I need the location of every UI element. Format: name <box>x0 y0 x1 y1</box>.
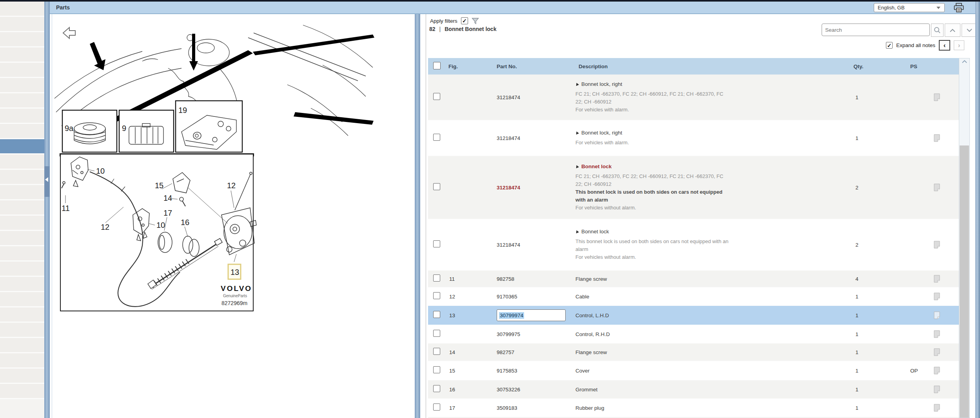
row-checkbox[interactable] <box>433 366 440 373</box>
row-checkbox[interactable] <box>433 330 440 337</box>
sidebar-item[interactable] <box>0 32 44 47</box>
selected-text: 30799974 <box>499 312 524 319</box>
sidebar-item[interactable] <box>0 124 44 139</box>
note-expander-icon[interactable] <box>575 164 579 168</box>
note-page-icon[interactable] <box>934 385 940 393</box>
note-expander-icon[interactable] <box>575 229 579 233</box>
apply-filters-checkbox[interactable]: ✓ <box>461 17 468 24</box>
note-page-icon[interactable] <box>934 404 940 412</box>
table-row[interactable]: 31218474Bonnet lockFC 21; CH -662370, FC… <box>428 156 959 220</box>
part-description: Cover <box>575 368 590 374</box>
back-arrow-icon[interactable] <box>63 27 75 38</box>
scroll-up-icon[interactable] <box>959 60 969 63</box>
row-checkbox[interactable] <box>433 183 440 190</box>
sidebar-item[interactable] <box>0 292 44 307</box>
sidebar-item[interactable] <box>0 63 44 78</box>
note-page-icon[interactable] <box>934 348 940 356</box>
collapse-left-icon[interactable] <box>45 177 48 182</box>
row-checkbox[interactable] <box>433 292 440 299</box>
col-header-qty: Qty. <box>818 64 896 69</box>
table-row[interactable]: 129170365Cable1 <box>428 288 959 306</box>
note-page-icon[interactable] <box>934 93 940 101</box>
description-cell: Cover <box>567 364 818 378</box>
note-page-icon[interactable] <box>934 311 940 319</box>
row-checkbox[interactable] <box>433 403 440 411</box>
description-cell: Control, L.H.D <box>567 309 818 322</box>
scrollbar-thumb[interactable] <box>960 145 969 418</box>
filter-funnel-icon[interactable] <box>472 18 479 24</box>
row-checkbox[interactable] <box>433 240 440 247</box>
sidebar-item[interactable] <box>0 2 44 17</box>
note-page-icon[interactable] <box>934 330 940 338</box>
part-number-cell: 9170365 <box>488 294 567 300</box>
part-number-input[interactable]: 30799974 <box>497 309 566 321</box>
sidebar-item[interactable] <box>0 353 44 369</box>
note-page-icon[interactable] <box>934 241 940 249</box>
sidebar-item[interactable] <box>0 216 44 231</box>
row-checkbox[interactable] <box>433 385 440 392</box>
find-previous-button[interactable] <box>945 24 960 37</box>
part-description: Cable <box>575 294 589 300</box>
table-row[interactable]: 31218474Bonnet lock, rightFC 21; CH -662… <box>428 75 959 121</box>
note-page-icon[interactable] <box>934 184 940 191</box>
row-checkbox[interactable] <box>433 134 440 141</box>
note-page-icon[interactable] <box>934 293 940 300</box>
note-page-icon[interactable] <box>934 367 940 374</box>
sidebar-item[interactable] <box>0 78 44 93</box>
expand-notes-checkbox[interactable]: ✓ <box>886 42 893 49</box>
sidebar-item[interactable] <box>0 200 44 216</box>
table-row-selected[interactable]: 1330799974Control, L.H.D1 <box>428 306 959 325</box>
sidebar-item[interactable] <box>0 170 44 185</box>
row-checkbox[interactable] <box>433 274 440 282</box>
row-checkbox[interactable] <box>433 348 440 355</box>
table-row[interactable]: 11982758Flange screw4 <box>428 271 959 288</box>
print-button[interactable] <box>953 3 964 13</box>
sidebar-item[interactable] <box>0 93 44 109</box>
sidebar-item[interactable] <box>0 154 44 170</box>
sidebar-item-selected[interactable] <box>0 139 44 154</box>
sidebar-item[interactable] <box>0 185 44 200</box>
ps-cell <box>896 306 959 325</box>
panel-splitter[interactable] <box>415 14 420 418</box>
sidebar-item[interactable] <box>0 384 44 399</box>
sidebar-item[interactable] <box>0 277 44 292</box>
sidebar-item[interactable] <box>0 323 44 338</box>
sidebar-item[interactable] <box>0 47 44 63</box>
col-header-desc: Description <box>567 64 818 69</box>
note-expander-icon[interactable] <box>575 82 579 86</box>
find-next-button[interactable] <box>962 24 977 37</box>
search-input[interactable] <box>822 24 930 36</box>
select-all-checkbox[interactable] <box>433 62 441 69</box>
table-row[interactable]: 31218474Bonnet lockThis bonnet lock is u… <box>428 220 959 271</box>
note-expander-icon[interactable] <box>575 131 579 134</box>
table-scrollbar[interactable] <box>959 58 970 418</box>
sidebar-item[interactable] <box>0 262 44 277</box>
chevron-down-icon <box>967 29 972 32</box>
sidebar-item[interactable] <box>0 369 44 384</box>
sidebar-item[interactable] <box>0 246 44 262</box>
volvo-logo-text: VOLVO <box>221 284 252 293</box>
table-row[interactable]: 1630753226Grommet1 <box>428 380 959 399</box>
table-row[interactable]: 159175853Cover1OP <box>428 362 959 380</box>
table-row[interactable]: 30799975Control, R.H.D1 <box>428 325 959 343</box>
sidebar-item[interactable] <box>0 17 44 32</box>
prev-page-button[interactable]: ‹ <box>939 40 950 51</box>
next-page-button[interactable]: › <box>954 40 964 50</box>
table-row[interactable]: 14982757Flange screw1 <box>428 343 959 362</box>
qty-cell: 2 <box>818 242 896 248</box>
note-page-icon[interactable] <box>934 134 940 142</box>
ps-cell <box>896 380 959 398</box>
sidebar-item[interactable] <box>0 338 44 353</box>
row-checkbox[interactable] <box>433 93 440 100</box>
search-button[interactable] <box>931 24 944 37</box>
sidebar-item[interactable] <box>0 307 44 323</box>
parts-diagram[interactable]: 9a 9 19 10 11 12 10 17 16 15 14 12 13 VO… <box>52 14 415 418</box>
sidebar-item[interactable] <box>0 231 44 246</box>
sidebar-item[interactable] <box>0 109 44 124</box>
sidebar-splitter[interactable] <box>44 2 50 418</box>
table-row[interactable]: 31218474Bonnet lock, rightFor vehicles w… <box>428 121 959 156</box>
note-page-icon[interactable] <box>934 275 940 283</box>
language-select[interactable]: English, GB <box>874 3 945 12</box>
table-row[interactable]: 173509183Rubber plug1 <box>428 399 959 417</box>
row-checkbox[interactable] <box>433 311 440 318</box>
